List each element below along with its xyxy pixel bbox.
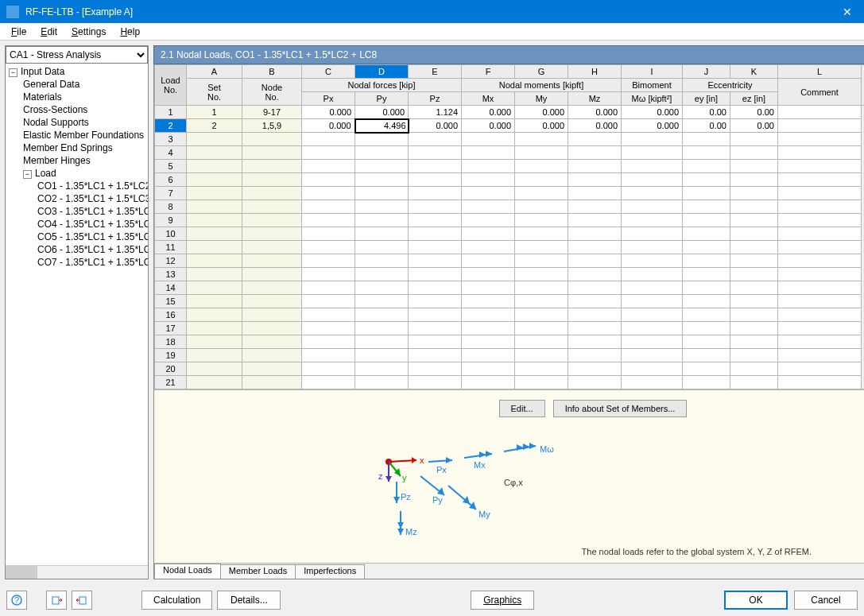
cell[interactable]: 0.000 (355, 106, 409, 119)
table-row[interactable]: 4 (155, 146, 865, 160)
cell[interactable]: 0.00 (683, 119, 730, 133)
cell[interactable]: 0.00 (683, 106, 730, 119)
row-number[interactable]: 9 (155, 214, 187, 227)
data-grid[interactable]: LoadNo.ABCDEFGHIJKL▲SetNo.NodeNo.Nodal f… (154, 64, 864, 389)
tree-item[interactable]: Nodal Supports (6, 116, 148, 129)
tree-load-item[interactable]: CO7 - 1.35*LC1 + 1.35*LC (6, 256, 148, 269)
table-row[interactable]: 11 (155, 241, 865, 254)
row-number[interactable]: 10 (155, 227, 187, 241)
row-number[interactable]: 20 (155, 362, 187, 376)
table-row[interactable]: 119-170.0000.0001.1240.0000.0000.0000.00… (155, 106, 865, 119)
column-letter[interactable]: G (515, 65, 568, 79)
tree-item[interactable]: General Data (6, 78, 148, 91)
table-row[interactable]: 20 (155, 362, 865, 376)
import-icon-button[interactable] (72, 591, 92, 610)
row-number[interactable]: 6 (155, 173, 187, 187)
row-number[interactable]: 19 (155, 349, 187, 362)
cell[interactable]: 0.00 (730, 106, 778, 119)
table-row[interactable]: 10 (155, 227, 865, 241)
table-row[interactable]: 7 (155, 187, 865, 200)
column-letter[interactable]: I (622, 65, 683, 79)
help-icon-button[interactable]: ? (6, 591, 27, 610)
cell[interactable]: 0.000 (302, 119, 355, 133)
table-row[interactable]: 13 (155, 268, 865, 281)
cancel-button[interactable]: Cancel (794, 591, 858, 610)
case-selector[interactable]: CA1 - Stress Analysis (6, 46, 148, 64)
tree-load-item[interactable]: CO2 - 1.35*LC1 + 1.5*LC3 (6, 192, 148, 205)
row-number[interactable]: 4 (155, 146, 187, 160)
cell[interactable]: 0.000 (622, 119, 683, 133)
column-letter[interactable]: E (409, 65, 462, 79)
tree-item[interactable]: Elastic Member Foundations (6, 129, 148, 141)
row-number[interactable]: 2 (155, 119, 187, 133)
edit-button[interactable]: Edit... (499, 400, 545, 417)
tab-nodal-loads[interactable]: Nodal Loads (154, 564, 221, 579)
tree-item[interactable]: Materials (6, 91, 148, 103)
row-number[interactable]: 15 (155, 295, 187, 308)
table-row[interactable]: 8 (155, 200, 865, 214)
tree-root[interactable]: −Input Data (6, 65, 148, 78)
details-button[interactable]: Details... (217, 591, 281, 610)
ok-button[interactable]: OK (724, 591, 788, 610)
menu-edit[interactable]: Edit (34, 24, 64, 40)
cell[interactable]: 4.496 (355, 119, 409, 133)
sidebar-hscroll[interactable] (6, 565, 148, 579)
row-number[interactable]: 12 (155, 254, 187, 268)
cell[interactable]: 1.124 (409, 106, 462, 119)
row-number[interactable]: 8 (155, 200, 187, 214)
cell[interactable]: 0.000 (515, 106, 568, 119)
table-row[interactable]: 19 (155, 349, 865, 362)
cell[interactable]: 0.000 (568, 106, 622, 119)
column-letter[interactable]: C (302, 65, 355, 79)
column-letter[interactable]: A (187, 65, 242, 79)
table-row[interactable]: 12 (155, 254, 865, 268)
table-row[interactable]: 16 (155, 308, 865, 322)
cell[interactable]: 0.000 (622, 106, 683, 119)
column-letter[interactable]: B (242, 65, 302, 79)
table-row[interactable]: 21 (155, 376, 865, 389)
table-row[interactable]: 5 (155, 160, 865, 173)
table-row[interactable]: 18 (155, 335, 865, 349)
row-number[interactable]: 17 (155, 322, 187, 335)
export-icon-button[interactable] (46, 591, 67, 610)
column-letter[interactable]: J (683, 65, 730, 79)
tree-item[interactable]: Cross-Sections (6, 103, 148, 116)
table-row[interactable]: 15 (155, 295, 865, 308)
cell[interactable]: 0.000 (568, 119, 622, 133)
column-letter[interactable]: K (730, 65, 778, 79)
table-row[interactable]: 14 (155, 281, 865, 295)
column-letter[interactable]: F (462, 65, 515, 79)
row-number[interactable]: 1 (155, 106, 187, 119)
row-number[interactable]: 14 (155, 281, 187, 295)
cell[interactable]: 0.000 (462, 106, 515, 119)
row-number[interactable]: 5 (155, 160, 187, 173)
collapse-icon[interactable]: − (9, 68, 17, 77)
tab-member-loads[interactable]: Member Loads (220, 564, 296, 579)
row-number[interactable]: 7 (155, 187, 187, 200)
grid-vscroll[interactable] (862, 106, 865, 389)
menu-help[interactable]: Help (114, 24, 146, 40)
column-letter[interactable]: L (778, 65, 862, 79)
cell[interactable]: 0.000 (462, 119, 515, 133)
row-number[interactable]: 11 (155, 241, 187, 254)
tree-load-group[interactable]: −Load (6, 167, 148, 180)
table-row[interactable]: 9 (155, 214, 865, 227)
table-row[interactable]: 6 (155, 173, 865, 187)
tab-imperfections[interactable]: Imperfections (295, 564, 365, 579)
cell[interactable]: 0.00 (730, 119, 778, 133)
row-number[interactable]: 3 (155, 133, 187, 146)
tree-load-item[interactable]: CO3 - 1.35*LC1 + 1.35*LC (6, 205, 148, 218)
calculation-button[interactable]: Calculation (141, 591, 212, 610)
cell[interactable]: 0.000 (302, 106, 355, 119)
collapse-icon[interactable]: − (23, 170, 32, 179)
tree-load-item[interactable]: CO4 - 1.35*LC1 + 1.35*LC (6, 218, 148, 231)
tree-load-item[interactable]: CO5 - 1.35*LC1 + 1.35*LC (6, 231, 148, 243)
tree-load-item[interactable]: CO6 - 1.35*LC1 + 1.35*LC (6, 243, 148, 256)
info-button[interactable]: Info about Set of Members... (553, 400, 688, 417)
close-icon[interactable]: ✕ (837, 6, 858, 18)
table-row[interactable]: 3 (155, 133, 865, 146)
row-number[interactable]: 21 (155, 376, 187, 389)
menu-settings[interactable]: Settings (65, 24, 112, 40)
row-number[interactable]: 18 (155, 335, 187, 349)
graphics-button[interactable]: Graphics (471, 591, 534, 610)
